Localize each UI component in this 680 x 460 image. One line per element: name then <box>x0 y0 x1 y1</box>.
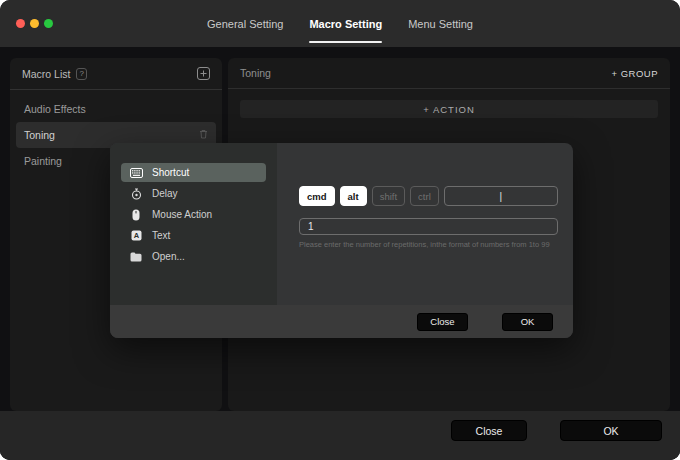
action-type-label: Mouse Action <box>152 209 212 220</box>
settings-window: General Setting Macro Setting Menu Setti… <box>0 0 680 460</box>
mouse-icon <box>129 209 143 221</box>
action-type-label: Open... <box>152 251 185 262</box>
footer-close-button[interactable]: Close <box>451 420 527 441</box>
macro-list-header: Macro List ? <box>10 58 222 90</box>
modifier-shift-toggle[interactable]: shift <box>372 186 405 206</box>
macro-detail-header: Toning + GROUP <box>228 58 670 89</box>
macro-list-title: Macro List <box>22 68 70 80</box>
macro-item-audio-effects[interactable]: Audio Effects <box>16 96 216 122</box>
dialog-ok-button[interactable]: OK <box>502 313 553 331</box>
content-area: Macro List ? Audio Effects Toning Painti… <box>0 47 680 460</box>
stopwatch-icon <box>129 188 143 200</box>
repetitions-input[interactable]: 1 <box>299 218 558 235</box>
folder-icon <box>129 252 143 262</box>
shortcut-key-input[interactable]: | <box>444 186 558 206</box>
action-dialog: Shortcut Delay Mouse Action <box>110 143 573 338</box>
tab-menu-setting[interactable]: Menu Setting <box>408 0 473 47</box>
dialog-body: Shortcut Delay Mouse Action <box>110 143 573 305</box>
svg-text:A: A <box>133 231 139 240</box>
action-type-label: Text <box>152 230 170 241</box>
close-window-button[interactable] <box>16 19 25 28</box>
modifier-ctrl-toggle[interactable]: ctrl <box>410 186 439 206</box>
window-footer: Close OK <box>0 411 680 460</box>
macro-item-label: Toning <box>24 129 55 141</box>
zoom-window-button[interactable] <box>44 19 53 28</box>
dialog-close-button[interactable]: Close <box>417 313 468 331</box>
action-type-text[interactable]: A Text <box>121 226 266 245</box>
repetitions-hint: Please enter the number of repetitions, … <box>299 240 558 249</box>
trash-icon <box>199 129 208 139</box>
add-group-button[interactable]: + GROUP <box>611 68 658 79</box>
shortcut-settings: cmd alt shift ctrl | 1 Please enter the … <box>277 143 573 305</box>
add-action-button[interactable]: + ACTION <box>240 100 658 118</box>
action-type-open[interactable]: Open... <box>121 247 266 266</box>
action-type-label: Shortcut <box>152 167 189 178</box>
modifier-cmd-toggle[interactable]: cmd <box>299 186 335 206</box>
plus-square-icon <box>197 67 210 80</box>
settings-tabs: General Setting Macro Setting Menu Setti… <box>207 0 473 47</box>
dialog-footer: Close OK <box>110 305 573 338</box>
footer-ok-button[interactable]: OK <box>560 420 662 441</box>
action-type-delay[interactable]: Delay <box>121 184 266 203</box>
action-type-mouse-action[interactable]: Mouse Action <box>121 205 266 224</box>
modifier-alt-toggle[interactable]: alt <box>340 186 367 206</box>
minimize-window-button[interactable] <box>30 19 39 28</box>
tab-general-setting[interactable]: General Setting <box>207 0 283 47</box>
traffic-lights <box>16 19 53 28</box>
delete-macro-button[interactable] <box>199 129 208 141</box>
keyboard-icon <box>129 168 143 178</box>
text-caret: | <box>500 191 503 202</box>
footer-buttons: Close OK <box>451 420 662 441</box>
action-type-label: Delay <box>152 188 178 199</box>
action-type-shortcut[interactable]: Shortcut <box>121 163 266 182</box>
action-type-menu: Shortcut Delay Mouse Action <box>110 143 277 305</box>
text-icon: A <box>129 230 143 241</box>
modifier-keys-row: cmd alt shift ctrl | <box>299 186 558 206</box>
add-macro-button[interactable] <box>197 67 210 80</box>
titlebar: General Setting Macro Setting Menu Setti… <box>0 0 680 47</box>
macro-detail-title: Toning <box>240 67 271 79</box>
tab-macro-setting[interactable]: Macro Setting <box>309 0 382 47</box>
help-icon[interactable]: ? <box>76 68 86 80</box>
